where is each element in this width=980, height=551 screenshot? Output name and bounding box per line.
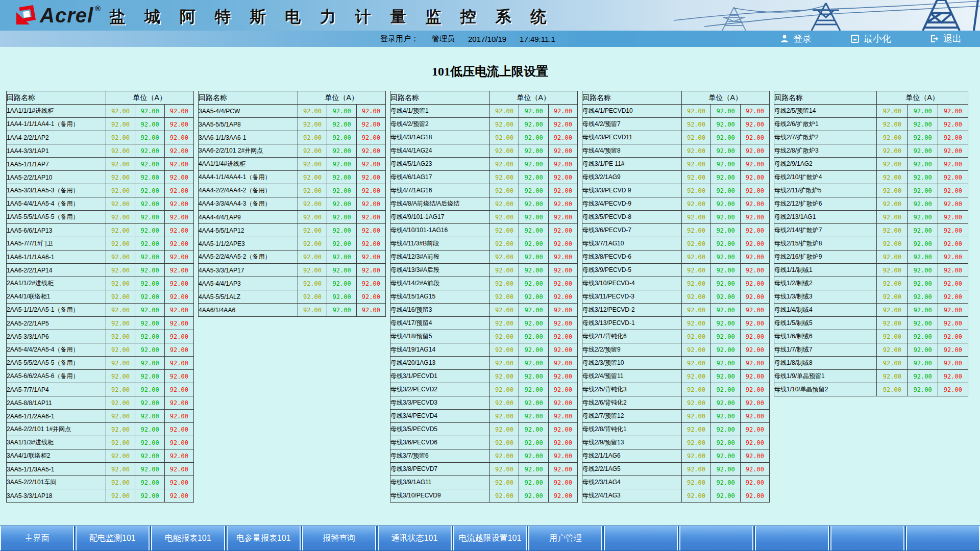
limit-value[interactable]: 92.00: [327, 197, 356, 211]
limit-value[interactable]: 92.00: [681, 118, 711, 131]
limit-value[interactable]: 92.00: [164, 423, 193, 436]
limit-value[interactable]: 92.00: [519, 489, 548, 503]
limit-value[interactable]: 92.00: [106, 237, 135, 251]
limit-value[interactable]: 92.00: [877, 290, 908, 304]
limit-value[interactable]: 92.00: [135, 423, 164, 436]
limit-value[interactable]: 92.00: [711, 370, 740, 383]
limit-value[interactable]: 92.00: [519, 237, 548, 251]
limit-value[interactable]: 92.00: [519, 184, 548, 197]
limit-value[interactable]: 92.00: [877, 118, 908, 131]
limit-value[interactable]: 92.00: [519, 197, 548, 211]
limit-value[interactable]: 92.00: [548, 436, 577, 449]
limit-value[interactable]: 92.00: [681, 158, 711, 171]
limit-value[interactable]: 92.00: [681, 423, 711, 436]
limit-value[interactable]: 92.00: [681, 211, 711, 224]
limit-value[interactable]: 92.00: [548, 463, 577, 476]
limit-value[interactable]: 92.00: [548, 370, 577, 383]
limit-value[interactable]: 92.00: [164, 343, 193, 357]
limit-value[interactable]: 92.00: [135, 343, 164, 357]
limit-value[interactable]: 92.00: [135, 184, 164, 197]
limit-value[interactable]: 92.00: [877, 237, 908, 251]
limit-value[interactable]: 92.00: [135, 211, 164, 224]
limit-value[interactable]: 92.00: [106, 264, 135, 277]
limit-value[interactable]: 92.00: [106, 144, 135, 158]
footer-nav-button[interactable]: 电参量报表101: [227, 526, 301, 550]
limit-value[interactable]: 92.00: [106, 197, 135, 211]
limit-value[interactable]: 92.00: [711, 436, 740, 449]
limit-value[interactable]: 92.00: [356, 290, 385, 304]
limit-value[interactable]: 92.00: [106, 131, 135, 144]
limit-value[interactable]: 92.00: [135, 449, 164, 463]
limit-value[interactable]: 92.00: [489, 357, 519, 370]
limit-value[interactable]: 92.00: [681, 343, 711, 357]
limit-value[interactable]: 92.00: [519, 224, 548, 237]
limit-value[interactable]: 92.00: [519, 330, 548, 343]
limit-value[interactable]: 92.00: [740, 436, 769, 449]
limit-value[interactable]: 92.00: [711, 118, 740, 131]
limit-value[interactable]: 92.00: [106, 184, 135, 197]
limit-value[interactable]: 92.00: [681, 144, 711, 158]
limit-value[interactable]: 92.00: [327, 304, 356, 317]
limit-value[interactable]: 92.00: [489, 105, 519, 118]
limit-value[interactable]: 92.00: [548, 264, 577, 277]
limit-value[interactable]: 92.00: [740, 370, 769, 383]
limit-value[interactable]: 92.00: [681, 410, 711, 423]
limit-value[interactable]: 92.00: [135, 290, 164, 304]
limit-value[interactable]: 92.00: [740, 449, 769, 463]
limit-value[interactable]: 92.00: [877, 343, 908, 357]
footer-nav-button[interactable]: 用户管理: [528, 526, 602, 550]
limit-value[interactable]: 92.00: [877, 357, 908, 370]
limit-value[interactable]: 92.00: [135, 224, 164, 237]
limit-value[interactable]: 92.00: [740, 224, 769, 237]
limit-value[interactable]: 92.00: [681, 317, 711, 330]
limit-value[interactable]: 92.00: [356, 158, 385, 171]
limit-value[interactable]: 92.00: [489, 476, 519, 489]
limit-value[interactable]: 92.00: [164, 317, 193, 330]
limit-value[interactable]: 92.00: [135, 330, 164, 343]
limit-value[interactable]: 92.00: [135, 118, 164, 131]
limit-value[interactable]: 92.00: [519, 144, 548, 158]
limit-value[interactable]: 92.00: [548, 410, 577, 423]
limit-value[interactable]: 92.00: [740, 383, 769, 396]
limit-value[interactable]: 92.00: [740, 330, 769, 343]
limit-value[interactable]: 92.00: [519, 396, 548, 410]
limit-value[interactable]: 92.00: [938, 171, 968, 184]
limit-value[interactable]: 92.00: [877, 105, 908, 118]
limit-value[interactable]: 92.00: [164, 290, 193, 304]
limit-value[interactable]: 92.00: [298, 211, 327, 224]
limit-value[interactable]: 92.00: [327, 211, 356, 224]
limit-value[interactable]: 92.00: [327, 131, 356, 144]
limit-value[interactable]: 92.00: [298, 290, 327, 304]
limit-value[interactable]: 92.00: [877, 317, 908, 330]
limit-value[interactable]: 92.00: [489, 264, 519, 277]
limit-value[interactable]: 92.00: [298, 251, 327, 264]
limit-value[interactable]: 92.00: [519, 211, 548, 224]
limit-value[interactable]: 92.00: [740, 396, 769, 410]
limit-value[interactable]: 92.00: [164, 105, 193, 118]
limit-value[interactable]: 92.00: [740, 357, 769, 370]
limit-value[interactable]: 92.00: [489, 211, 519, 224]
limit-value[interactable]: 92.00: [135, 251, 164, 264]
limit-value[interactable]: 92.00: [740, 317, 769, 330]
limit-value[interactable]: 92.00: [164, 211, 193, 224]
limit-value[interactable]: 92.00: [908, 131, 938, 144]
limit-value[interactable]: 92.00: [681, 476, 711, 489]
limit-value[interactable]: 92.00: [106, 396, 135, 410]
limit-value[interactable]: 92.00: [519, 304, 548, 317]
footer-nav-button[interactable]: 配电监测101: [76, 526, 150, 550]
limit-value[interactable]: 92.00: [489, 224, 519, 237]
limit-value[interactable]: 92.00: [356, 251, 385, 264]
limit-value[interactable]: 92.00: [548, 449, 577, 463]
limit-value[interactable]: 92.00: [135, 131, 164, 144]
limit-value[interactable]: 92.00: [489, 144, 519, 158]
limit-value[interactable]: 92.00: [298, 158, 327, 171]
limit-value[interactable]: 92.00: [519, 463, 548, 476]
limit-value[interactable]: 92.00: [106, 158, 135, 171]
limit-value[interactable]: 92.00: [877, 277, 908, 290]
limit-value[interactable]: 92.00: [908, 211, 938, 224]
limit-value[interactable]: 92.00: [327, 184, 356, 197]
limit-value[interactable]: 92.00: [908, 290, 938, 304]
limit-value[interactable]: 92.00: [938, 118, 968, 131]
limit-value[interactable]: 92.00: [489, 423, 519, 436]
limit-value[interactable]: 92.00: [106, 463, 135, 476]
